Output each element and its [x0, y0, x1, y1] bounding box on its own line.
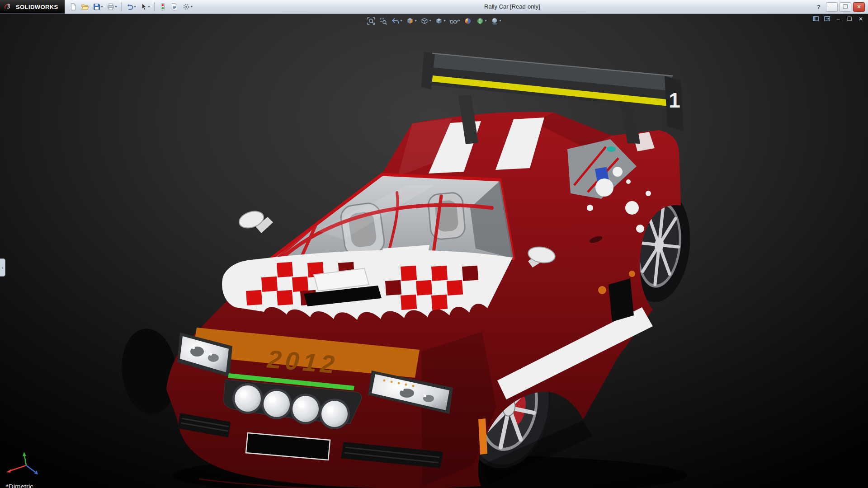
undo-icon	[126, 3, 134, 11]
expand-pane-button[interactable]	[822, 15, 831, 23]
view-settings-icon	[491, 17, 499, 25]
solidworks-logo[interactable]: SOLIDWORKS	[0, 0, 65, 14]
dropdown-caret-icon[interactable]: ▾	[115, 5, 117, 9]
view-orientation-button[interactable]: ▾	[419, 15, 432, 27]
solidworks-window: SOLIDWORKS ▾ ▾ ▾ ▾	[0, 0, 868, 488]
open-folder-icon	[81, 3, 89, 11]
previous-view-button[interactable]: ▾	[390, 15, 403, 27]
wing-number-decal[interactable]: 1	[669, 89, 680, 112]
new-document-button[interactable]	[68, 1, 79, 13]
hide-show-items-icon	[449, 17, 458, 25]
dropdown-caret-icon[interactable]: ▾	[429, 19, 431, 23]
view-orientation-icon	[420, 17, 429, 25]
toolbar-separator	[121, 2, 122, 11]
dropdown-caret-icon[interactable]: ▾	[101, 5, 103, 9]
window-controls: ? – ❐ ✕	[813, 2, 868, 12]
zoom-to-area-button[interactable]	[377, 15, 389, 27]
featuremanager-collapsed-tab[interactable]: ‹	[0, 258, 5, 277]
options-icon	[182, 3, 190, 11]
toolbar-separator	[154, 2, 155, 11]
dropdown-caret-icon[interactable]: ▾	[191, 5, 193, 9]
edit-appearance-button[interactable]	[462, 15, 474, 27]
dropdown-caret-icon[interactable]: ▾	[458, 19, 460, 23]
heads-up-view-toolbar: ▾ ▾ ▾ ▾ ▾ ▾	[365, 15, 502, 27]
file-properties-icon	[170, 3, 179, 11]
save-icon	[93, 3, 101, 11]
file-properties-button[interactable]	[169, 1, 180, 13]
print-button[interactable]: ▾	[105, 1, 118, 13]
rebuild-button[interactable]	[157, 1, 168, 13]
minimize-button[interactable]: –	[826, 2, 838, 12]
apply-scene-icon	[476, 17, 485, 25]
document-close-button[interactable]: ✕	[856, 15, 865, 23]
dropdown-caret-icon[interactable]: ▾	[134, 5, 136, 9]
print-icon	[107, 3, 115, 11]
display-style-button[interactable]: ▾	[433, 15, 447, 27]
open-button[interactable]	[80, 1, 90, 13]
options-button[interactable]: ▾	[181, 1, 194, 13]
document-minimize-button[interactable]: –	[834, 15, 843, 23]
document-window-controls: – ❐ ✕	[811, 15, 865, 23]
maximize-button[interactable]: ❐	[840, 2, 851, 12]
app-name: SOLIDWORKS	[16, 4, 58, 10]
new-document-icon	[69, 3, 77, 11]
title-bar: SOLIDWORKS ▾ ▾ ▾ ▾	[0, 0, 868, 14]
document-restore-button[interactable]: ❐	[845, 15, 854, 23]
chevron-left-icon: ‹	[2, 265, 4, 270]
dropdown-caret-icon[interactable]: ▾	[500, 19, 501, 23]
apply-scene-button[interactable]: ▾	[475, 15, 488, 27]
previous-view-icon	[391, 17, 400, 25]
graphics-area[interactable]: 2012	[0, 14, 868, 488]
dropdown-caret-icon[interactable]: ▾	[415, 19, 416, 23]
display-style-icon	[434, 17, 443, 25]
zoom-to-fit-button[interactable]	[365, 15, 377, 27]
dassault-mark-icon	[4, 3, 14, 10]
section-view-button[interactable]: ▾	[404, 15, 418, 27]
main-toolbar: ▾ ▾ ▾ ▾ ▾	[67, 1, 194, 13]
help-button[interactable]: ?	[813, 3, 824, 11]
dropdown-caret-icon[interactable]: ▾	[148, 5, 150, 9]
select-button[interactable]: ▾	[138, 1, 151, 13]
zoom-to-area-icon	[379, 17, 387, 25]
expand-pane-icon	[824, 15, 830, 22]
window-title: Rally Car [Read-only]	[484, 0, 540, 14]
pane-split-icon	[812, 15, 819, 22]
dropdown-caret-icon[interactable]: ▾	[485, 19, 487, 23]
dropdown-caret-icon[interactable]: ▾	[400, 19, 402, 23]
zoom-to-fit-icon	[367, 17, 375, 25]
view-orientation-label: *Dimetric	[6, 483, 33, 488]
side-vent[interactable]	[609, 278, 634, 322]
pane-split-button[interactable]	[811, 15, 820, 23]
close-button[interactable]: ✕	[853, 2, 865, 12]
edit-appearance-icon	[464, 17, 472, 25]
hide-show-items-button[interactable]: ▾	[448, 15, 462, 27]
dropdown-caret-icon[interactable]: ▾	[443, 19, 445, 23]
reference-triad	[3, 452, 42, 479]
undo-button[interactable]: ▾	[124, 1, 137, 13]
left-mirror[interactable]	[237, 208, 273, 233]
select-cursor-icon	[140, 3, 148, 11]
rebuild-icon	[159, 3, 167, 11]
view-settings-button[interactable]: ▾	[489, 15, 503, 27]
save-button[interactable]: ▾	[91, 1, 104, 13]
section-view-icon	[406, 17, 414, 25]
rally-car-render[interactable]: 2012	[0, 14, 868, 488]
